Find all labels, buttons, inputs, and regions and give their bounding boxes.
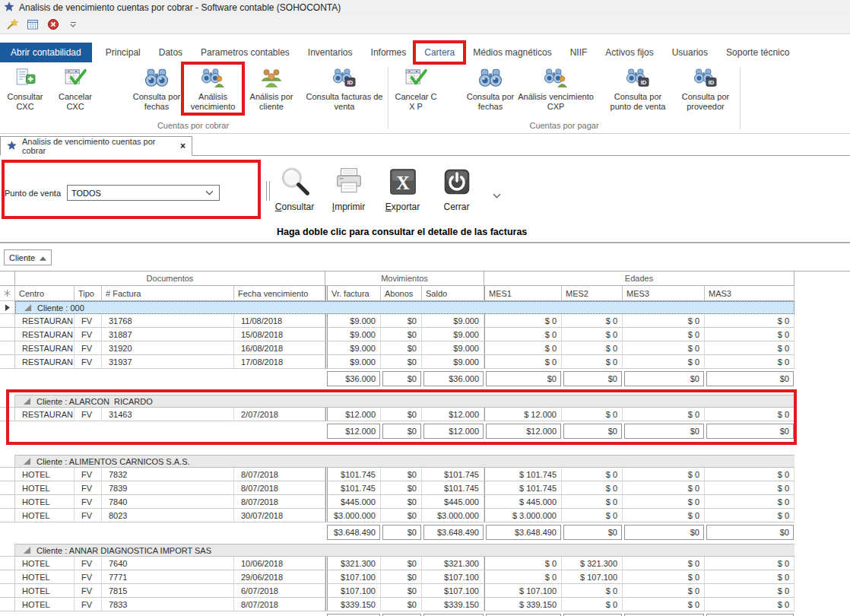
invoice-row[interactable]: RESTAURANFV3176811/08/2018$9.000$0$9.000…	[0, 314, 850, 328]
close-tab-icon[interactable]: ×	[180, 141, 186, 151]
invoice-row[interactable]: HOTELFV78156/07/2018$107.100$0$107.100$ …	[0, 584, 850, 598]
cell-factura: 8023	[102, 509, 234, 522]
invoice-row[interactable]: RESTAURANFV314632/07/2018$12.000$0$12.00…	[0, 408, 850, 421]
cerrar-button[interactable]: Cerrar	[430, 162, 484, 212]
expand-icon[interactable]	[23, 457, 31, 465]
consultar-button[interactable]: Consultar	[268, 162, 322, 212]
column-header-centro[interactable]: Centro	[15, 286, 75, 301]
column-header-tipo[interactable]: Tipo	[75, 286, 102, 301]
invoice-row[interactable]: RESTAURANFV3188715/08/2018$9.000$0$9.000…	[0, 328, 850, 341]
analisis-vencimiento-cxp-button[interactable]: Análisis vencimiento CXP	[518, 65, 594, 113]
tab-parametros-contables[interactable]: Parametros contables	[192, 43, 298, 62]
group-header-bar[interactable]: Cliente : ANNAR DIAGNOSTICA IMPORT SAS	[15, 544, 794, 557]
invoice-row[interactable]: RESTAURANFV3192016/08/2018$9.000$0$9.000…	[0, 341, 850, 355]
qat-overflow-icon[interactable]	[70, 22, 76, 27]
analisis-vencimiento-button[interactable]: Análisis vencimiento	[184, 65, 242, 113]
cell-centro: HOTEL	[15, 598, 75, 611]
column-header-factura[interactable]: # Factura	[102, 286, 234, 301]
document-tab[interactable]: Analisis de vencimiento cuentas por cobr…	[0, 136, 192, 156]
column-header-mes2[interactable]: MES2	[562, 286, 623, 301]
cell-vr-factura: $12.000	[325, 408, 381, 421]
column-header-vr-factura[interactable]: Vr. factura	[325, 286, 381, 301]
expand-icon[interactable]	[23, 546, 31, 554]
cell-saldo: $9.000	[422, 314, 484, 328]
consulta-por-fechas-button[interactable]: Consulta por fechas	[463, 65, 518, 113]
column-header-saldo[interactable]: Saldo	[422, 286, 484, 301]
cell-fecha-vencimiento: 29/06/2018	[234, 570, 325, 584]
tab-medios-magneticos[interactable]: Médios magnéticos	[465, 43, 560, 62]
consulta-por-proveedor-button[interactable]: IDConsulta por proveedor	[673, 65, 738, 113]
client-group-row[interactable]: Cliente : ANNAR DIAGNOSTICA IMPORT SAS	[0, 544, 850, 557]
group-by-cliente-button[interactable]: Cliente	[4, 249, 52, 265]
imprimir-button[interactable]: Imprimir	[322, 162, 376, 212]
consulta-facturas-de-venta-button[interactable]: IDConsulta facturas de venta	[303, 65, 386, 113]
consultar-cxc-button[interactable]: Consultar CXC	[0, 65, 50, 113]
column-header-mas3[interactable]: MAS3	[705, 286, 794, 301]
invoice-row[interactable]: HOTELFV78408/07/2018$445.000$0$445.000$ …	[0, 495, 850, 509]
invoice-row[interactable]: HOTELFV78328/07/2018$101.745$0$101.745$ …	[0, 468, 850, 481]
document-add-icon	[14, 68, 36, 90]
cancelar-c-x-p-button[interactable]: Cancelar C X P	[392, 65, 440, 113]
group-totals-row: $36.000$0$36.000$0$0$0$0	[0, 369, 850, 387]
consulta-por-fechas-button[interactable]: Consulta por fechas	[129, 65, 184, 113]
group-gap	[0, 440, 850, 455]
tab-informes[interactable]: Informes	[363, 43, 415, 62]
invoice-row[interactable]: HOTELFV78338/07/2018$339.150$0$339.150$ …	[0, 598, 850, 611]
cell-mas3: $ 0	[705, 355, 794, 369]
invoice-row[interactable]: HOTELFV78398/07/2018$101.745$0$101.745$ …	[0, 481, 850, 495]
invoice-row[interactable]: HOTELFV802330/07/2018$3.000.000$0$3.000.…	[0, 509, 850, 522]
column-header-fecha-vencimiento[interactable]: Fecha vencimiento	[234, 286, 325, 301]
calendar-icon[interactable]	[26, 17, 40, 31]
cell-fecha-vencimiento: 11/08/2018	[234, 314, 325, 328]
cell-mes3: $ 0	[623, 584, 705, 598]
group-gap	[0, 387, 850, 395]
tab-activos-fijos[interactable]: Activos fijos	[597, 43, 661, 62]
tab-principal[interactable]: Principal	[97, 43, 149, 62]
cell-fecha-vencimiento: 15/08/2018	[234, 328, 325, 341]
tab-datos[interactable]: Datos	[151, 43, 191, 62]
cancelar-cxc-button[interactable]: Cancelar CXC	[50, 65, 100, 113]
client-group-row[interactable]: Cliente : ALIMENTOS CARNICOS S.A.S.	[0, 455, 850, 468]
abrir-contabilidad-button[interactable]: Abrir contabilidad	[0, 43, 92, 62]
wand-icon[interactable]	[5, 17, 19, 31]
tab-soporte-tecnico[interactable]: Soporte técnico	[718, 43, 798, 62]
invoice-row[interactable]: HOTELFV764010/06/2018$321.300$0$321.300$…	[0, 557, 850, 570]
client-group-row[interactable]: Cliente : 000	[0, 301, 850, 314]
tab-niif[interactable]: NIIF	[562, 43, 596, 62]
invoice-row[interactable]: HOTELFV777129/06/2018$107.100$0$107.100$…	[0, 570, 850, 584]
cell-centro: HOTEL	[15, 557, 75, 570]
cell-tipo: FV	[75, 509, 102, 522]
consulta-por-punto-de-venta-button[interactable]: IDConsulta por punto de venta	[603, 65, 673, 113]
client-group-row[interactable]: Cliente : ALARCON RICARDO	[0, 395, 850, 408]
cell-mas3: $ 0	[705, 557, 794, 570]
client-group-alarcon-ricardo: Cliente : ALARCON RICARDORESTAURANFV3146…	[0, 395, 850, 440]
row-indicator	[0, 509, 15, 522]
tab-usuarios[interactable]: Usuarios	[664, 43, 716, 62]
expand-icon[interactable]	[24, 303, 32, 312]
cell-factura: 31463	[102, 408, 234, 421]
tab-cartera[interactable]: Cartera	[416, 43, 463, 62]
punto-de-venta-select[interactable]: TODOS	[67, 185, 220, 201]
column-header-abonos[interactable]: Abonos	[381, 286, 422, 301]
toolbar-overflow-icon[interactable]	[493, 188, 501, 212]
column-header-mes1[interactable]: MES1	[484, 286, 562, 301]
column-header-mes3[interactable]: MES3	[623, 286, 705, 301]
ribbon-button-label: Consulta por punto de venta	[603, 92, 673, 112]
total-vr-factura: $3.648.490	[327, 525, 380, 540]
quick-access-toolbar	[0, 15, 850, 34]
expand-icon[interactable]	[23, 397, 31, 405]
close-icon[interactable]	[46, 17, 60, 31]
analisis-por-cliente-button[interactable]: Análisis por cliente	[242, 65, 301, 113]
cell-saldo: $9.000	[422, 328, 484, 341]
group-header-bar[interactable]: Cliente : ALARCON RICARDO	[15, 395, 794, 408]
group-header-bar[interactable]: Cliente : ALIMENTOS CARNICOS S.A.S.	[15, 455, 794, 468]
cell-factura: 7833	[102, 598, 234, 611]
group-header-bar[interactable]: Cliente : 000	[15, 301, 794, 314]
row-indicator	[0, 355, 15, 369]
invoice-row[interactable]: RESTAURANFV3193717/08/2018$9.000$0$9.000…	[0, 355, 850, 369]
cell-centro: HOTEL	[15, 570, 75, 584]
exportar-button[interactable]: XExportar	[376, 162, 430, 212]
cell-mes2: $ 0	[562, 584, 623, 598]
title-bar: Analisis de vencimiento cuentas por cobr…	[0, 0, 850, 15]
tab-inventarios[interactable]: Inventarios	[300, 43, 361, 62]
